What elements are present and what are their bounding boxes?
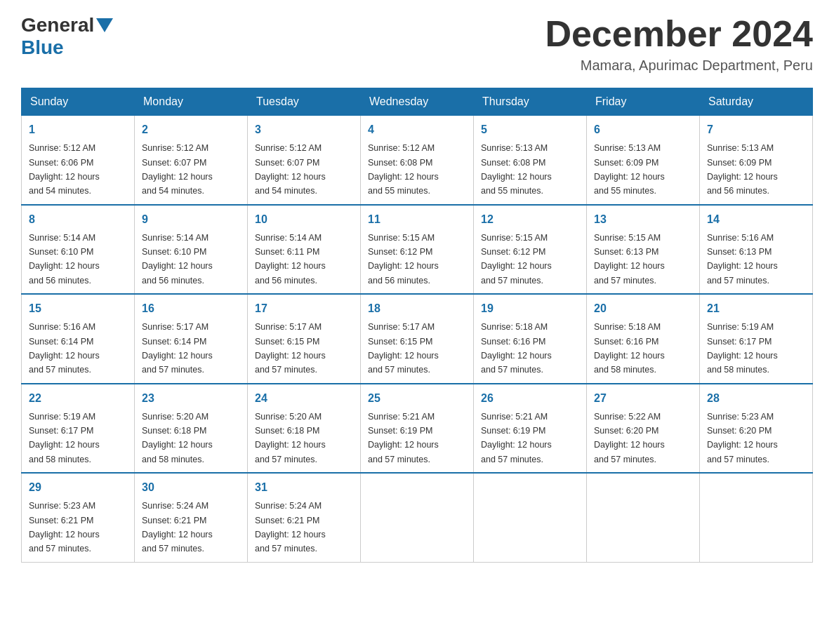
day-info: Sunrise: 5:21 AMSunset: 6:19 PMDaylight:… — [481, 412, 552, 464]
table-row — [474, 473, 587, 562]
day-number: 15 — [29, 300, 127, 317]
col-saturday: Saturday — [700, 88, 813, 116]
day-info: Sunrise: 5:12 AMSunset: 6:08 PMDaylight:… — [368, 143, 439, 196]
day-number: 20 — [594, 300, 692, 317]
day-number: 2 — [142, 121, 240, 138]
table-row: 18 Sunrise: 5:17 AMSunset: 6:15 PMDaylig… — [361, 294, 474, 384]
day-info: Sunrise: 5:23 AMSunset: 6:21 PMDaylight:… — [29, 501, 100, 554]
table-row: 1 Sunrise: 5:12 AMSunset: 6:06 PMDayligh… — [22, 116, 135, 205]
day-number: 11 — [368, 211, 466, 228]
table-row: 3 Sunrise: 5:12 AMSunset: 6:07 PMDayligh… — [248, 116, 361, 205]
day-number: 24 — [255, 390, 353, 407]
month-title: December 2024 — [545, 14, 813, 54]
table-row: 13 Sunrise: 5:15 AMSunset: 6:13 PMDaylig… — [587, 205, 700, 295]
table-row — [587, 473, 700, 562]
day-number: 7 — [707, 121, 805, 138]
day-number: 17 — [255, 300, 353, 317]
day-number: 1 — [29, 121, 127, 138]
day-number: 18 — [368, 300, 466, 317]
table-row: 28 Sunrise: 5:23 AMSunset: 6:20 PMDaylig… — [700, 384, 813, 474]
day-info: Sunrise: 5:12 AMSunset: 6:07 PMDaylight:… — [255, 143, 326, 196]
table-row: 25 Sunrise: 5:21 AMSunset: 6:19 PMDaylig… — [361, 384, 474, 474]
table-row: 29 Sunrise: 5:23 AMSunset: 6:21 PMDaylig… — [22, 473, 135, 562]
col-friday: Friday — [587, 88, 700, 116]
table-row: 4 Sunrise: 5:12 AMSunset: 6:08 PMDayligh… — [361, 116, 474, 205]
day-number: 4 — [368, 121, 466, 138]
logo-blue-text: Blue — [21, 36, 64, 59]
table-row: 27 Sunrise: 5:22 AMSunset: 6:20 PMDaylig… — [587, 384, 700, 474]
table-row: 15 Sunrise: 5:16 AMSunset: 6:14 PMDaylig… — [22, 294, 135, 384]
table-row: 23 Sunrise: 5:20 AMSunset: 6:18 PMDaylig… — [135, 384, 248, 474]
calendar-week-row: 1 Sunrise: 5:12 AMSunset: 6:06 PMDayligh… — [22, 116, 813, 205]
logo: General Blue — [21, 14, 115, 59]
page-header: General Blue December 2024 Mamara, Apuri… — [21, 14, 813, 74]
day-info: Sunrise: 5:12 AMSunset: 6:06 PMDaylight:… — [29, 143, 100, 196]
day-number: 25 — [368, 390, 466, 407]
day-info: Sunrise: 5:16 AMSunset: 6:14 PMDaylight:… — [29, 322, 100, 375]
day-info: Sunrise: 5:23 AMSunset: 6:20 PMDaylight:… — [707, 412, 778, 464]
day-info: Sunrise: 5:22 AMSunset: 6:20 PMDaylight:… — [594, 412, 665, 464]
day-info: Sunrise: 5:19 AMSunset: 6:17 PMDaylight:… — [707, 322, 778, 375]
day-info: Sunrise: 5:14 AMSunset: 6:10 PMDaylight:… — [29, 233, 100, 286]
day-info: Sunrise: 5:17 AMSunset: 6:15 PMDaylight:… — [368, 322, 439, 375]
day-info: Sunrise: 5:15 AMSunset: 6:13 PMDaylight:… — [594, 233, 665, 286]
col-tuesday: Tuesday — [248, 88, 361, 116]
day-number: 29 — [29, 479, 127, 496]
day-info: Sunrise: 5:21 AMSunset: 6:19 PMDaylight:… — [368, 412, 439, 464]
day-number: 5 — [481, 121, 579, 138]
calendar-table: Sunday Monday Tuesday Wednesday Thursday… — [21, 88, 813, 563]
table-row: 14 Sunrise: 5:16 AMSunset: 6:13 PMDaylig… — [700, 205, 813, 295]
day-number: 8 — [29, 211, 127, 228]
table-row: 20 Sunrise: 5:18 AMSunset: 6:16 PMDaylig… — [587, 294, 700, 384]
logo-triangle-icon — [96, 18, 113, 32]
table-row: 6 Sunrise: 5:13 AMSunset: 6:09 PMDayligh… — [587, 116, 700, 205]
table-row: 31 Sunrise: 5:24 AMSunset: 6:21 PMDaylig… — [248, 473, 361, 562]
table-row: 30 Sunrise: 5:24 AMSunset: 6:21 PMDaylig… — [135, 473, 248, 562]
day-info: Sunrise: 5:13 AMSunset: 6:09 PMDaylight:… — [594, 143, 665, 196]
day-number: 28 — [707, 390, 805, 407]
logo-general-text: General — [21, 14, 94, 36]
day-number: 31 — [255, 479, 353, 496]
day-number: 14 — [707, 211, 805, 228]
table-row — [361, 473, 474, 562]
day-number: 21 — [707, 300, 805, 317]
table-row: 21 Sunrise: 5:19 AMSunset: 6:17 PMDaylig… — [700, 294, 813, 384]
day-info: Sunrise: 5:14 AMSunset: 6:11 PMDaylight:… — [255, 233, 326, 286]
calendar-header-row: Sunday Monday Tuesday Wednesday Thursday… — [22, 88, 813, 116]
day-number: 30 — [142, 479, 240, 496]
table-row: 24 Sunrise: 5:20 AMSunset: 6:18 PMDaylig… — [248, 384, 361, 474]
location-text: Mamara, Apurimac Department, Peru — [545, 58, 813, 74]
col-wednesday: Wednesday — [361, 88, 474, 116]
table-row: 10 Sunrise: 5:14 AMSunset: 6:11 PMDaylig… — [248, 205, 361, 295]
table-row: 2 Sunrise: 5:12 AMSunset: 6:07 PMDayligh… — [135, 116, 248, 205]
table-row: 7 Sunrise: 5:13 AMSunset: 6:09 PMDayligh… — [700, 116, 813, 205]
day-number: 3 — [255, 121, 353, 138]
table-row: 17 Sunrise: 5:17 AMSunset: 6:15 PMDaylig… — [248, 294, 361, 384]
table-row: 11 Sunrise: 5:15 AMSunset: 6:12 PMDaylig… — [361, 205, 474, 295]
day-number: 13 — [594, 211, 692, 228]
day-number: 9 — [142, 211, 240, 228]
day-info: Sunrise: 5:24 AMSunset: 6:21 PMDaylight:… — [255, 501, 326, 554]
table-row: 26 Sunrise: 5:21 AMSunset: 6:19 PMDaylig… — [474, 384, 587, 474]
table-row: 19 Sunrise: 5:18 AMSunset: 6:16 PMDaylig… — [474, 294, 587, 384]
day-info: Sunrise: 5:12 AMSunset: 6:07 PMDaylight:… — [142, 143, 213, 196]
table-row — [700, 473, 813, 562]
table-row: 9 Sunrise: 5:14 AMSunset: 6:10 PMDayligh… — [135, 205, 248, 295]
col-monday: Monday — [135, 88, 248, 116]
day-info: Sunrise: 5:20 AMSunset: 6:18 PMDaylight:… — [142, 412, 213, 464]
day-info: Sunrise: 5:16 AMSunset: 6:13 PMDaylight:… — [707, 233, 778, 286]
day-number: 6 — [594, 121, 692, 138]
calendar-week-row: 22 Sunrise: 5:19 AMSunset: 6:17 PMDaylig… — [22, 384, 813, 474]
calendar-week-row: 29 Sunrise: 5:23 AMSunset: 6:21 PMDaylig… — [22, 473, 813, 562]
day-info: Sunrise: 5:24 AMSunset: 6:21 PMDaylight:… — [142, 501, 213, 554]
day-number: 27 — [594, 390, 692, 407]
day-info: Sunrise: 5:17 AMSunset: 6:14 PMDaylight:… — [142, 322, 213, 375]
table-row: 22 Sunrise: 5:19 AMSunset: 6:17 PMDaylig… — [22, 384, 135, 474]
calendar-week-row: 8 Sunrise: 5:14 AMSunset: 6:10 PMDayligh… — [22, 205, 813, 295]
day-number: 10 — [255, 211, 353, 228]
day-number: 23 — [142, 390, 240, 407]
table-row: 12 Sunrise: 5:15 AMSunset: 6:12 PMDaylig… — [474, 205, 587, 295]
logo-text: General — [21, 14, 115, 36]
calendar-week-row: 15 Sunrise: 5:16 AMSunset: 6:14 PMDaylig… — [22, 294, 813, 384]
day-info: Sunrise: 5:14 AMSunset: 6:10 PMDaylight:… — [142, 233, 213, 286]
